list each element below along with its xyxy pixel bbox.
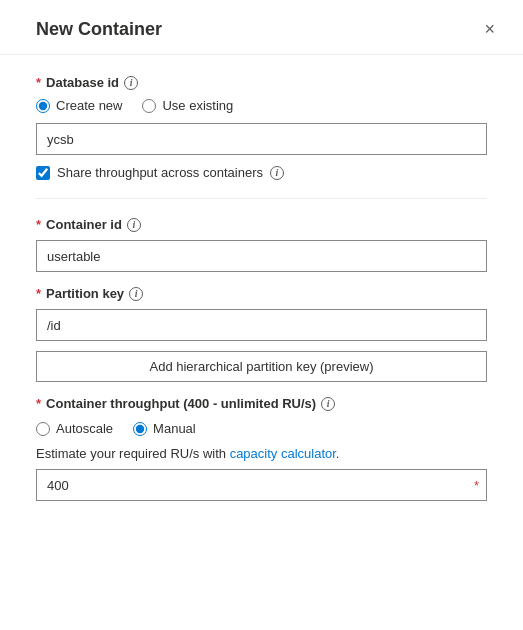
database-id-label: * Database id i (36, 75, 487, 90)
manual-radio[interactable] (133, 422, 147, 436)
dialog-header: New Container × (0, 0, 523, 55)
partition-key-label-text: Partition key (46, 286, 124, 301)
throughput-label-text: Container throughput (400 - unlimited RU… (46, 396, 316, 411)
use-existing-radio[interactable] (142, 99, 156, 113)
throughput-input[interactable] (36, 469, 487, 501)
create-new-label: Create new (56, 98, 122, 113)
container-id-label-text: Container id (46, 217, 122, 232)
autoscale-label: Autoscale (56, 421, 113, 436)
dialog-title: New Container (36, 19, 162, 40)
autoscale-option[interactable]: Autoscale (36, 421, 113, 436)
create-new-radio[interactable] (36, 99, 50, 113)
partition-key-required: * (36, 286, 41, 301)
container-id-input[interactable] (36, 240, 487, 272)
throughput-input-required: * (474, 478, 479, 493)
database-id-label-text: Database id (46, 75, 119, 90)
partition-key-info-icon[interactable]: i (129, 287, 143, 301)
database-id-section: * Database id i Create new Use existing … (36, 75, 487, 180)
throughput-info-icon[interactable]: i (321, 397, 335, 411)
use-existing-option[interactable]: Use existing (142, 98, 233, 113)
estimate-suffix: . (336, 446, 340, 461)
dialog-body: * Database id i Create new Use existing … (0, 55, 523, 521)
share-throughput-label: Share throughput across containers (57, 165, 263, 180)
throughput-label: * Container throughput (400 - unlimited … (36, 396, 487, 411)
container-id-label: * Container id i (36, 217, 487, 232)
manual-option[interactable]: Manual (133, 421, 196, 436)
container-id-required: * (36, 217, 41, 232)
autoscale-radio[interactable] (36, 422, 50, 436)
database-id-required: * (36, 75, 41, 90)
database-id-input[interactable] (36, 123, 487, 155)
database-id-info-icon[interactable]: i (124, 76, 138, 90)
throughput-required: * (36, 396, 41, 411)
share-throughput-group: Share throughput across containers i (36, 165, 487, 180)
add-partition-key-button[interactable]: Add hierarchical partition key (preview) (36, 351, 487, 382)
section-divider (36, 198, 487, 199)
partition-key-label: * Partition key i (36, 286, 487, 301)
create-new-option[interactable]: Create new (36, 98, 122, 113)
container-id-info-icon[interactable]: i (127, 218, 141, 232)
share-throughput-info-icon[interactable]: i (270, 166, 284, 180)
database-id-radio-group: Create new Use existing (36, 98, 487, 113)
close-button[interactable]: × (476, 16, 503, 42)
container-id-section: * Container id i (36, 217, 487, 272)
use-existing-label: Use existing (162, 98, 233, 113)
share-throughput-checkbox[interactable] (36, 166, 50, 180)
estimate-prefix: Estimate your required RU/s with (36, 446, 230, 461)
throughput-section: * Container throughput (400 - unlimited … (36, 396, 487, 501)
partition-key-input[interactable] (36, 309, 487, 341)
estimate-text: Estimate your required RU/s with capacit… (36, 446, 487, 461)
manual-label: Manual (153, 421, 196, 436)
throughput-radio-group: Autoscale Manual (36, 421, 487, 436)
new-container-dialog: New Container × * Database id i Create n… (0, 0, 523, 630)
throughput-input-wrapper: * (36, 469, 487, 501)
capacity-calculator-link[interactable]: capacity calculator (230, 446, 336, 461)
partition-key-section: * Partition key i Add hierarchical parti… (36, 286, 487, 382)
